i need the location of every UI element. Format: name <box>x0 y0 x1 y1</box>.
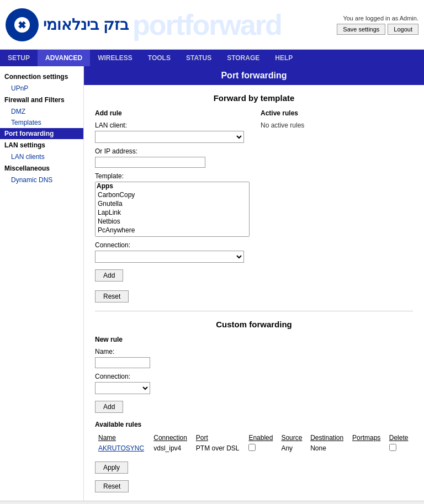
lan-client-select[interactable] <box>95 131 244 143</box>
table-header: Name Connection Port Enabled Source Dest… <box>95 433 413 443</box>
table-body: AKRUTOSYNC vdsl_ipv4 PTM over DSL Any No… <box>95 443 413 454</box>
svg-rect-4 <box>14 24 20 26</box>
sidebar-section-connection-settings: Connection settings <box>0 71 83 83</box>
col-header-connection: Connection <box>150 433 193 443</box>
forward-template-cols: Add rule LAN client: Or IP address: Temp… <box>95 109 413 282</box>
custom-connection-select[interactable] <box>95 382 150 394</box>
template-select[interactable]: CarbonCopy Gnutella LapLink Netbios PcAn… <box>95 182 250 237</box>
sidebar-item-upnp[interactable]: UPnP <box>0 83 83 94</box>
logo-text: בזק בינלאומי <box>43 15 129 34</box>
sidebar-item-dynamic-dns[interactable]: Dynamic DNS <box>0 174 83 185</box>
sidebar-item-port-forwarding[interactable]: Port forwarding <box>0 128 83 139</box>
available-rules-section: Available rules Name Connection Port Ena… <box>95 421 413 454</box>
sidebar-section-firewall: Firewall and Filters <box>0 94 83 106</box>
header: בזק בינלאומי portforward You are logged … <box>0 0 424 50</box>
sidebar-item-templates[interactable]: Templates <box>0 117 83 128</box>
template-add-button[interactable]: Add <box>95 269 123 282</box>
template-option-carboncopy[interactable]: CarbonCopy <box>96 190 249 199</box>
save-settings-button[interactable]: Save settings <box>337 24 385 35</box>
col-header-enabled: Enabled <box>245 433 278 443</box>
template-option-netbios[interactable]: Netbios <box>96 217 249 226</box>
custom-name-input[interactable] <box>95 357 150 368</box>
login-info: You are logged in as Admin. <box>343 15 418 22</box>
svg-rect-2 <box>21 17 23 23</box>
main-layout: Connection settings UPnP Firewall and Fi… <box>0 66 424 501</box>
logo-area: בזק בינלאומי <box>6 8 129 41</box>
available-rules-label: Available rules <box>95 421 413 428</box>
nav-item-wireless[interactable]: WIRELESS <box>90 50 140 66</box>
table-row: AKRUTOSYNC vdsl_ipv4 PTM over DSL Any No… <box>95 443 413 454</box>
content-body: Forward by template Add rule LAN client:… <box>84 85 424 501</box>
nav-item-help[interactable]: HELP <box>267 50 300 66</box>
nav-item-storage[interactable]: STORAGE <box>219 50 267 66</box>
col-header-delete: Delete <box>386 433 413 443</box>
custom-reset-button[interactable]: Reset <box>95 480 129 492</box>
custom-name-label: Name: <box>95 348 413 356</box>
connection-group: Connection: <box>95 241 250 263</box>
svg-rect-5 <box>24 24 30 26</box>
row-name-link[interactable]: AKRUTOSYNC <box>98 444 144 452</box>
watermark: portforward <box>132 8 282 41</box>
or-ip-group: Or IP address: <box>95 147 250 168</box>
template-label: Template: <box>95 172 250 180</box>
custom-connection-label: Connection: <box>95 373 413 380</box>
add-rule-col: Add rule LAN client: Or IP address: Temp… <box>95 109 250 282</box>
template-reset-button[interactable]: Reset <box>95 290 129 303</box>
col-header-destination: Destination <box>307 433 349 443</box>
forward-by-template-title: Forward by template <box>95 93 413 103</box>
template-option-laplink[interactable]: LapLink <box>96 208 249 217</box>
template-group: Template: CarbonCopy Gnutella LapLink Ne… <box>95 172 250 237</box>
row-enabled-checkbox[interactable] <box>248 444 256 451</box>
logo-svg <box>12 15 32 35</box>
sidebar-item-lan-clients[interactable]: LAN clients <box>0 151 83 162</box>
sidebar: Connection settings UPnP Firewall and Fi… <box>0 66 84 501</box>
row-port: PTM over DSL <box>193 443 246 454</box>
active-rules-header: Active rules <box>261 109 413 117</box>
or-ip-label: Or IP address: <box>95 147 250 155</box>
sidebar-section-miscellaneous: Miscellaneous <box>0 162 83 174</box>
row-portmaps <box>349 443 386 454</box>
nav-bar: SETUP ADVANCED WIRELESS TOOLS STATUS STO… <box>0 50 424 66</box>
active-rules-col: Active rules No active rules <box>261 109 413 282</box>
col-header-port: Port <box>193 433 246 443</box>
sidebar-item-dmz[interactable]: DMZ <box>0 106 83 117</box>
custom-add-button[interactable]: Add <box>95 401 123 413</box>
table-header-row: Name Connection Port Enabled Source Dest… <box>95 433 413 443</box>
new-rule-label: New rule <box>95 336 413 343</box>
connection-select[interactable] <box>95 251 244 263</box>
logo-icon <box>6 8 39 41</box>
page-title: Port forwarding <box>84 66 424 85</box>
custom-name-group: Name: <box>95 348 413 368</box>
template-option-radmin[interactable]: Radmin <box>96 235 249 237</box>
available-rules-table: Name Connection Port Enabled Source Dest… <box>95 433 413 454</box>
template-option-gnutella[interactable]: Gnutella <box>96 199 249 208</box>
custom-forwarding-title: Custom forwarding <box>95 320 413 329</box>
row-source: Any <box>278 443 307 454</box>
section-divider <box>95 311 413 311</box>
add-rule-header: Add rule <box>95 109 250 117</box>
sidebar-section-lan-settings: LAN settings <box>0 139 83 151</box>
connection-label: Connection: <box>95 241 250 249</box>
template-option-pcanywhere[interactable]: PcAnywhere <box>96 226 249 235</box>
nav-item-status[interactable]: STATUS <box>178 50 219 66</box>
row-destination: None <box>307 443 349 454</box>
custom-connection-group: Connection: <box>95 373 413 394</box>
no-active-rules: No active rules <box>261 121 413 129</box>
col-header-portmaps: Portmaps <box>349 433 386 443</box>
header-right: You are logged in as Admin. Save setting… <box>337 15 418 35</box>
svg-rect-3 <box>21 27 23 33</box>
nav-item-advanced[interactable]: ADVANCED <box>38 50 90 66</box>
lan-client-label: LAN client: <box>95 121 250 129</box>
row-delete <box>386 443 413 454</box>
row-delete-checkbox[interactable] <box>389 444 396 451</box>
nav-item-setup[interactable]: SETUP <box>0 50 38 66</box>
template-optgroup-apps: CarbonCopy Gnutella LapLink Netbios PcAn… <box>96 182 249 237</box>
row-enabled <box>245 443 278 454</box>
content: Port forwarding Forward by template Add … <box>84 66 424 501</box>
custom-reset-row: Reset <box>95 478 413 492</box>
lan-client-group: LAN client: <box>95 121 250 143</box>
nav-item-tools[interactable]: TOOLS <box>140 50 178 66</box>
logout-button[interactable]: Logout <box>388 24 418 35</box>
ip-address-input[interactable] <box>95 157 205 168</box>
custom-apply-button[interactable]: Apply <box>95 461 128 474</box>
